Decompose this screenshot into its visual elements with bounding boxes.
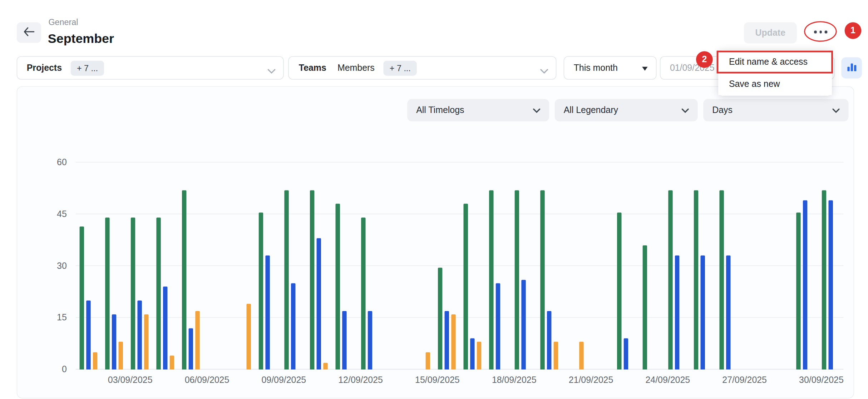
context-menu: Edit name & access Save as new <box>718 50 832 96</box>
bar-group <box>639 162 665 369</box>
teams-filter-label: Teams <box>299 63 326 73</box>
bar-green <box>515 190 519 370</box>
bar-orange <box>170 356 174 370</box>
x-axis-tick <box>92 375 108 385</box>
bar-group <box>588 162 613 369</box>
bar-group <box>178 162 204 369</box>
bar-blue <box>521 280 526 370</box>
bar-group <box>818 162 844 369</box>
x-axis-tick <box>152 375 168 385</box>
bar-green <box>438 268 442 370</box>
bar-blue <box>291 283 295 369</box>
bar-group <box>792 162 818 369</box>
legendary-filter-select[interactable]: All Legendary <box>555 99 698 121</box>
members-filter-label[interactable]: Members <box>337 63 375 73</box>
bar-group <box>306 162 332 369</box>
x-axis-tick <box>706 375 722 385</box>
bar-group <box>332 162 357 369</box>
bar-green <box>668 190 672 370</box>
bar-blue <box>701 256 705 369</box>
chart-view-button[interactable] <box>841 57 862 78</box>
x-axis-tick <box>553 375 569 385</box>
bars-row <box>76 162 844 369</box>
report-page: General September Update Projects + 7 ..… <box>0 0 868 399</box>
x-axis-tick <box>783 375 799 385</box>
bar-green <box>361 218 365 370</box>
x-axis-tick: 06/09/2025 <box>185 375 230 385</box>
bar-green <box>617 212 621 369</box>
bar-group <box>536 162 562 369</box>
interval-select[interactable]: Days <box>703 99 848 121</box>
y-axis-tick-label: 60 <box>42 157 66 168</box>
x-axis-labels: 03/09/202506/09/202509/09/202512/09/2025… <box>76 375 844 385</box>
x-axis-tick <box>629 375 645 385</box>
chevron-down-icon <box>268 66 276 76</box>
menu-item-edit-name-access[interactable]: Edit name & access <box>718 51 832 73</box>
bar-green <box>80 226 84 369</box>
x-axis-tick <box>383 375 399 385</box>
bar-group <box>127 162 153 369</box>
annotation-step-badge-2: 2 <box>696 51 713 68</box>
bar-green <box>182 190 186 370</box>
chevron-down-icon <box>540 66 548 76</box>
chevron-down-icon <box>832 105 839 115</box>
bar-blue <box>624 339 628 370</box>
bar-orange <box>93 352 97 369</box>
projects-filter[interactable]: Projects + 7 ... <box>17 56 284 79</box>
bar-green <box>719 190 724 370</box>
y-axis-tick-label: 0 <box>42 364 66 375</box>
bar-green <box>796 212 800 369</box>
bar-group <box>255 162 281 369</box>
x-axis-tick <box>229 375 245 385</box>
timelogs-filter-value: All Timelogs <box>416 105 464 115</box>
bar-green <box>694 190 698 370</box>
x-axis-tick <box>767 375 783 385</box>
bar-group <box>280 162 306 369</box>
bar-green <box>463 204 468 369</box>
bar-green <box>310 190 314 370</box>
x-axis-tick <box>169 375 185 385</box>
y-axis-tick-label: 15 <box>42 312 66 323</box>
x-axis-tick <box>460 375 476 385</box>
update-button[interactable]: Update <box>744 22 797 43</box>
period-select[interactable]: This month <box>564 56 657 79</box>
projects-filter-chip[interactable]: + 7 ... <box>71 60 104 75</box>
teams-filter-chip[interactable]: + 7 ... <box>384 60 417 75</box>
bar-green <box>156 218 161 370</box>
bar-blue <box>726 256 730 369</box>
bar-blue <box>265 256 270 369</box>
ellipsis-icon <box>814 31 817 33</box>
bar-orange <box>477 342 481 369</box>
bar-green <box>489 190 493 370</box>
plot-area: 03/09/202506/09/202509/09/202512/09/2025… <box>76 162 844 369</box>
bar-group <box>485 162 511 369</box>
bar-orange <box>144 314 148 369</box>
back-button[interactable] <box>17 22 41 43</box>
bar-blue <box>189 328 193 370</box>
bar-blue <box>496 283 500 369</box>
bar-group <box>76 162 102 369</box>
timelogs-filter-select[interactable]: All Timelogs <box>407 99 549 121</box>
bar-green <box>822 190 826 370</box>
bar-blue <box>137 300 142 369</box>
bar-blue <box>547 311 551 369</box>
x-axis-tick <box>399 375 415 385</box>
bar-orange <box>119 342 123 369</box>
chart-controls: All Timelogs All Legendary Days <box>407 99 848 121</box>
interval-select-value: Days <box>712 105 733 115</box>
bar-group <box>664 162 690 369</box>
caret-down-icon <box>642 67 648 71</box>
bar-orange <box>426 352 430 369</box>
bar-green <box>105 218 109 370</box>
x-axis-tick <box>690 375 706 385</box>
teams-members-filter[interactable]: Teams Members + 7 ... <box>288 56 556 79</box>
bar-group <box>101 162 127 369</box>
projects-filter-label: Projects <box>27 63 62 73</box>
more-options-button[interactable] <box>808 24 834 39</box>
bar-group <box>690 162 716 369</box>
x-axis-tick: 15/09/2025 <box>415 375 460 385</box>
x-axis-tick: 24/09/2025 <box>645 375 690 385</box>
menu-item-save-as-new[interactable]: Save as new <box>718 73 832 95</box>
bar-group <box>408 162 434 369</box>
bar-blue <box>342 311 346 369</box>
